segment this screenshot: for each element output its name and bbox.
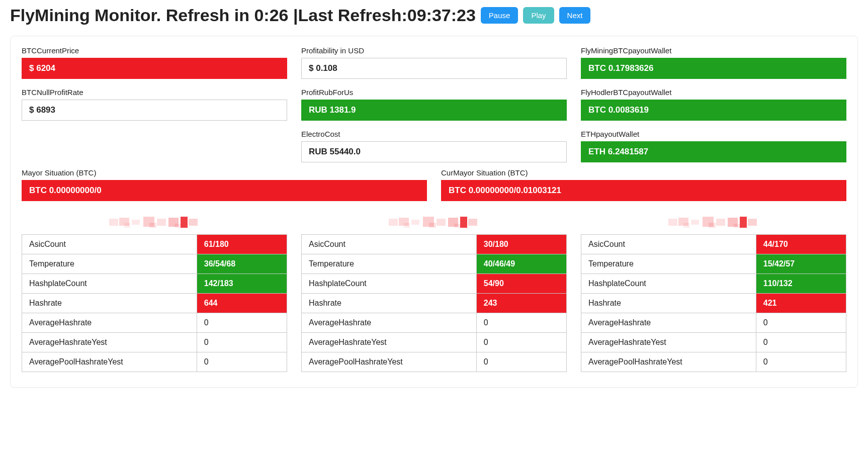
metric-label: AveragePoolHashrateYest <box>581 352 756 372</box>
flymining-btc-wallet-value: BTC 0.17983626 <box>581 58 846 79</box>
table-row: AverageHashrate0 <box>22 313 287 332</box>
metric-value: 0 <box>197 352 287 372</box>
table-row: AverageHashrateYest0 <box>22 332 287 352</box>
electro-cost-label: ElectroCost <box>301 130 567 138</box>
metric-value: 0 <box>476 352 566 372</box>
metric-value: 142/183 <box>197 274 287 293</box>
table-row: AveragePoolHashrateYest0 <box>302 352 567 372</box>
metric-label: Hashrate <box>22 293 197 313</box>
metric-value: 36/54/68 <box>197 254 287 274</box>
metric-value: 243 <box>476 293 566 313</box>
profitability-usd-label: Profitability in USD <box>301 46 567 55</box>
profit-rub-for-us-value: RUB 1381.9 <box>301 100 567 121</box>
table-row: AveragePoolHashrateYest0 <box>22 352 287 372</box>
metric-label: HashplateCount <box>22 274 197 293</box>
metric-value: 421 <box>756 293 846 313</box>
flyhodler-btc-wallet-value: BTC 0.0083619 <box>581 100 846 121</box>
redacted-title-icon <box>104 216 205 229</box>
metric-label: Hashrate <box>581 293 756 313</box>
miner-table: AsicCount61/180Temperature36/54/68Hashpl… <box>22 234 287 372</box>
metric-value: 0 <box>756 332 846 352</box>
miner-column: AsicCount61/180Temperature36/54/68Hashpl… <box>22 215 287 372</box>
metric-label: AveragePoolHashrateYest <box>302 352 477 372</box>
metric-value: 15/42/57 <box>756 254 846 274</box>
metric-label: AverageHashrate <box>22 313 197 332</box>
flyhodler-btc-wallet-label: FlyHodlerBTCpayoutWallet <box>581 88 846 97</box>
table-row: HashplateCount142/183 <box>22 274 287 293</box>
metric-label: AverageHashrate <box>581 313 756 332</box>
metric-value: 30/180 <box>476 234 566 254</box>
table-row: Temperature40/46/49 <box>302 254 567 274</box>
page-header: FlyMining Monitor. Refresh in 0:26 |Last… <box>10 5 858 26</box>
table-row: AsicCount44/170 <box>581 234 846 254</box>
mayor-situation-label: Mayor Situation (BTC) <box>22 168 427 177</box>
metric-label: Temperature <box>302 254 477 274</box>
metric-label: AverageHashrateYest <box>581 332 756 352</box>
miner-table: AsicCount44/170Temperature15/42/57Hashpl… <box>581 234 846 372</box>
table-row: HashplateCount54/90 <box>302 274 567 293</box>
table-row: AsicCount30/180 <box>302 234 567 254</box>
metric-label: AverageHashrate <box>302 313 477 332</box>
eth-wallet-label: ETHpayoutWallet <box>581 130 846 138</box>
play-button[interactable]: Play <box>523 7 554 24</box>
metric-value: 61/180 <box>197 234 287 254</box>
metric-value: 0 <box>476 313 566 332</box>
mayor-situation-value: BTC 0.00000000/0 <box>22 180 427 201</box>
metric-value: 0 <box>756 313 846 332</box>
miner-title <box>22 215 287 229</box>
mayor-grid: Mayor Situation (BTC) BTC 0.00000000/0 C… <box>22 168 846 201</box>
btc-null-profit-rate-value: $ 6893 <box>22 100 287 121</box>
cur-mayor-situation-value: BTC 0.00000000/0.01003121 <box>441 180 846 201</box>
table-row: AverageHashrateYest0 <box>302 332 567 352</box>
table-row: AverageHashrate0 <box>581 313 846 332</box>
metric-value: 0 <box>476 332 566 352</box>
metric-label: Temperature <box>22 254 197 274</box>
metric-value: 40/46/49 <box>476 254 566 274</box>
metric-label: Hashrate <box>302 293 477 313</box>
stats-grid: BTCCurrentPrice $ 6204 BTCNullProfitRate… <box>22 46 846 162</box>
table-row: Hashrate644 <box>22 293 287 313</box>
metric-value: 110/132 <box>756 274 846 293</box>
table-row: Temperature15/42/57 <box>581 254 846 274</box>
electro-cost-value: RUB 55440.0 <box>301 141 567 162</box>
btc-current-price-value: $ 6204 <box>22 58 287 79</box>
miner-column: AsicCount30/180Temperature40/46/49Hashpl… <box>301 215 567 372</box>
metric-label: AveragePoolHashrateYest <box>22 352 197 372</box>
metric-value: 54/90 <box>476 274 566 293</box>
table-row: AsicCount61/180 <box>22 234 287 254</box>
miner-title <box>581 215 846 229</box>
metric-label: AsicCount <box>581 234 756 254</box>
metric-label: AsicCount <box>302 234 477 254</box>
next-button[interactable]: Next <box>559 7 591 24</box>
table-row: HashplateCount110/132 <box>581 274 846 293</box>
table-row: Hashrate421 <box>581 293 846 313</box>
table-row: Hashrate243 <box>302 293 567 313</box>
metric-label: AverageHashrateYest <box>302 332 477 352</box>
redacted-title-icon <box>663 216 764 229</box>
flymining-btc-wallet-label: FlyMiningBTCpayoutWallet <box>581 46 846 55</box>
table-row: Temperature36/54/68 <box>22 254 287 274</box>
miner-title <box>301 215 567 229</box>
metric-value: 44/170 <box>756 234 846 254</box>
profitability-usd-value: $ 0.108 <box>301 58 567 79</box>
metric-label: HashplateCount <box>581 274 756 293</box>
redacted-title-icon <box>384 216 484 229</box>
metric-label: HashplateCount <box>302 274 477 293</box>
page-title: FlyMining Monitor. Refresh in 0:26 |Last… <box>10 5 476 26</box>
metric-value: 0 <box>197 313 287 332</box>
cur-mayor-situation-label: CurMayor Situation (BTC) <box>441 168 846 177</box>
btc-current-price-label: BTCCurrentPrice <box>22 46 287 55</box>
miner-table: AsicCount30/180Temperature40/46/49Hashpl… <box>301 234 567 372</box>
profit-rub-for-us-label: ProfitRubForUs <box>301 88 567 97</box>
table-row: AverageHashrateYest0 <box>581 332 846 352</box>
table-row: AveragePoolHashrateYest0 <box>581 352 846 372</box>
dashboard-panel: BTCCurrentPrice $ 6204 BTCNullProfitRate… <box>10 36 858 388</box>
metric-value: 0 <box>197 332 287 352</box>
btc-null-profit-rate-label: BTCNullProfitRate <box>22 88 287 97</box>
metric-value: 644 <box>197 293 287 313</box>
metric-value: 0 <box>756 352 846 372</box>
eth-wallet-value: ETH 6.2481587 <box>581 141 846 162</box>
metric-label: Temperature <box>581 254 756 274</box>
table-row: AverageHashrate0 <box>302 313 567 332</box>
pause-button[interactable]: Pause <box>481 7 518 24</box>
